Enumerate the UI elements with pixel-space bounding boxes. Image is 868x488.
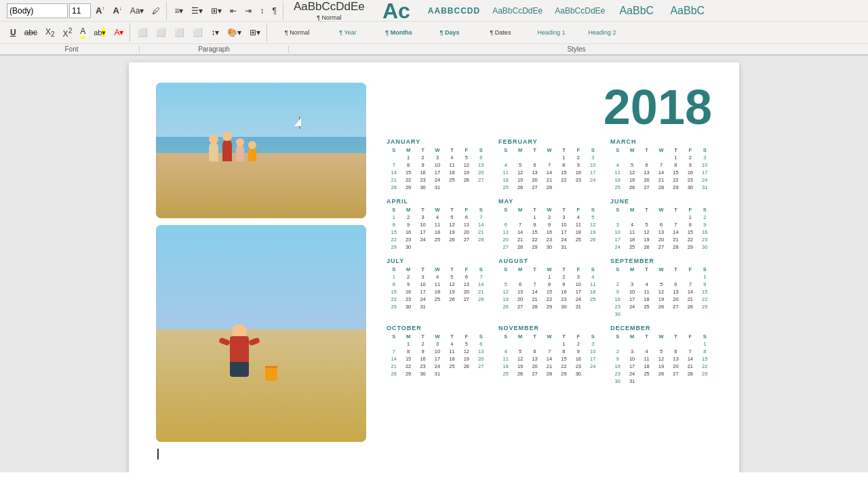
cal-date-cell: 21 [474,288,488,296]
cal-date-cell: 30 [610,378,625,385]
sort-btn[interactable]: ↕ [256,5,267,17]
cal-week-row: 25262728 [498,184,600,191]
change-case-btn[interactable]: Aa▾ [127,5,148,17]
align-justify-btn[interactable]: ⬜ [189,26,206,39]
cal-header: SMTWTFS [498,146,600,154]
cal-date-cell: 8 [557,348,571,355]
cal-date-cell: 29 [401,184,415,191]
cal-header: SMTWTFS [610,266,712,273]
cal-week-row: 16171819202122 [610,363,712,370]
strikethrough-btn[interactable]: abc [21,26,41,39]
cal-header-cell: T [669,206,683,214]
cal-date-cell: 1 [387,214,401,221]
cal-date-cell [639,273,654,281]
style-aabbccdde2-preview[interactable]: AaBbCcDdEe [486,0,549,30]
style-aabbccdd-preview[interactable]: AABBCCDD [422,0,486,30]
text-color-btn[interactable]: A▾ [111,26,127,39]
font-grow-btn[interactable]: A↑ [92,4,108,17]
cal-date-cell [683,273,697,281]
cal-header-cell: W [654,146,668,154]
cal-header-cell: T [639,266,654,273]
cal-date-cell [669,340,683,348]
style-normal-preview[interactable]: AaBbCcDdEe ¶ Normal [288,0,371,30]
font-size-input[interactable] [69,3,91,18]
cal-date-cell: 5 [654,281,668,288]
cal-date-cell: 3 [416,214,430,221]
cal-date-cell: 31 [416,303,430,310]
cal-date-cell: 29 [698,370,712,378]
cal-header-cell: T [669,333,683,340]
highlight-btn[interactable]: ab▾ [90,27,109,39]
cal-date-cell: 29 [698,303,712,310]
style-big-preview[interactable]: Ac [371,0,422,30]
cal-header-cell: W [542,146,556,154]
show-marks-btn[interactable]: ¶ [269,5,279,17]
month-name-september: SEPTEMBER [610,258,712,264]
multilevel-btn[interactable]: ⊞▾ [208,5,225,17]
cal-date-cell: 3 [625,348,639,355]
cal-week-row: 11121314151617 [498,355,600,363]
cal-date-cell: 24 [625,303,639,310]
cal-week-row: 12131415161718 [498,288,600,296]
page-area[interactable]: 2018 JANUARYSMTWTFS123456789101112131415… [0,56,868,472]
font-shrink-btn[interactable]: A↓ [109,4,125,17]
align-section: ⬜ ⬜ ⬜ ⬜ ↕▾ 🎨▾ ⊞▾ [132,23,267,42]
font-name-input[interactable] [7,3,68,18]
cal-header: SMTWTFS [498,333,600,340]
cal-date-cell: 6 [654,221,668,228]
cal-header-cell: T [557,266,571,273]
cal-week-row: 14151617181920 [387,169,488,176]
style-aabbccdde3-preview[interactable]: AaBbCcDdEe [549,0,611,30]
align-right-btn[interactable]: ⬜ [171,26,188,39]
align-left-btn[interactable]: ⬜ [134,26,151,39]
cal-date-cell: 7 [683,281,697,288]
cal-date-cell: 28 [387,370,401,378]
cal-date-cell: 30 [542,243,556,251]
bold-btn[interactable]: U [7,26,20,39]
cal-date-cell: 27 [639,184,654,191]
cal-header-cell: S [498,146,513,154]
cal-date-cell: 18 [498,176,513,184]
align-center-btn[interactable]: ⬜ [153,26,170,39]
cal-date-cell [528,340,542,348]
shading-btn[interactable]: 🎨▾ [224,26,245,39]
font-color-btn[interactable]: A [77,25,89,40]
cal-date-cell: 7 [683,348,697,355]
numbering-btn[interactable]: ☰▾ [188,5,206,17]
cal-date-cell: 16 [610,296,625,303]
cal-date-cell: 9 [683,161,697,169]
cal-date-cell: 16 [610,363,625,370]
cal-date-cell: 10 [571,281,585,288]
cal-date-cell: 2 [610,348,625,355]
cal-date-cell: 30 [557,303,571,310]
cal-date-cell: 13 [639,169,654,176]
subscript-btn[interactable]: X2 [42,26,58,39]
clear-format-btn[interactable]: 🖊 [149,5,163,17]
style-big-text: Ac [382,0,410,22]
cal-date-cell: 31 [430,370,444,378]
cal-date-cell: 20 [654,236,668,243]
cal-header-cell: M [625,206,639,214]
cal-date-cell: 6 [498,221,513,228]
cal-date-cell: 4 [498,348,513,355]
borders-btn[interactable]: ⊞▾ [246,26,264,39]
cal-date-cell: 22 [669,176,683,184]
decrease-indent-btn[interactable]: ⇤ [226,5,240,17]
cal-date-cell: 7 [513,221,527,228]
cal-date-cell: 28 [669,243,683,251]
increase-indent-btn[interactable]: ⇥ [241,5,255,17]
line-spacing-btn[interactable]: ↕▾ [208,26,222,39]
cal-date-cell: 8 [557,161,571,169]
style-aabbc-preview[interactable]: AaBbC [611,0,662,30]
cal-date-cell: 25 [639,370,654,378]
cal-date-cell: 29 [542,303,556,310]
month-november: NOVEMBERSMTWTFS1234567891011121314151617… [498,325,600,385]
cal-date-cell [625,154,639,161]
superscript-btn[interactable]: X2 [60,26,76,40]
cal-date-cell: 27 [528,370,542,378]
bullets-btn[interactable]: ≡▾ [171,5,186,17]
cal-date-cell: 4 [625,221,639,228]
cal-date-cell: 20 [669,363,683,370]
cal-date-cell: 19 [513,363,527,370]
style-aabb2-preview[interactable]: AaBbC [662,0,713,30]
